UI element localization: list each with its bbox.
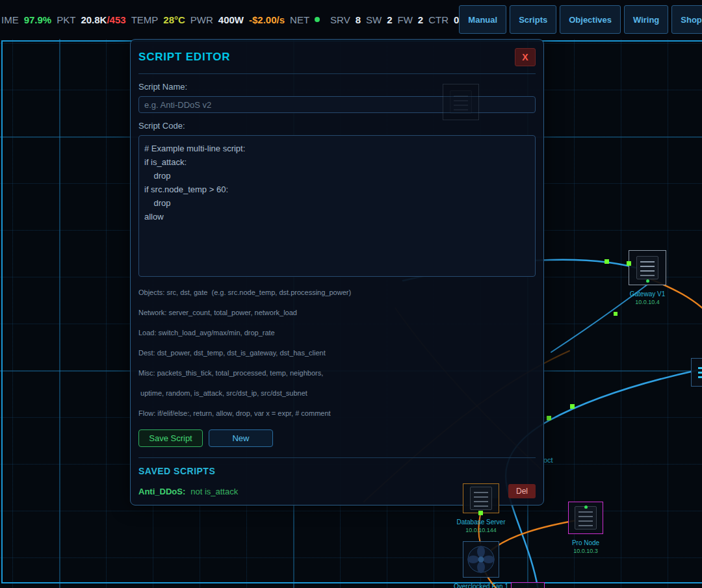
help-line-misc-2: uptime, random, is_attack, src/dst_ip, s… xyxy=(138,389,536,397)
node-label: Database Server xyxy=(445,518,517,526)
node-overclocked-fan[interactable]: Overclocked Fan 1 xyxy=(445,541,517,588)
node-gateway[interactable]: Gateway V1 10.0.10.4 xyxy=(612,250,683,305)
nav-objectives-button[interactable]: Objectives xyxy=(560,5,621,34)
save-script-button[interactable]: Save Script xyxy=(138,429,203,447)
server-icon xyxy=(636,256,658,279)
switches-label: SW xyxy=(366,14,382,25)
servers-label: SRV xyxy=(330,14,350,25)
packets-label: PKT xyxy=(57,14,75,25)
help-line-misc: Misc: packets_this_tick, total_processed… xyxy=(138,369,536,377)
node-label: Gateway V1 xyxy=(612,290,683,298)
saved-scripts-heading: SAVED SCRIPTS xyxy=(138,466,536,476)
node-label: Pro Node xyxy=(550,539,621,546)
packets-value: 20.8K xyxy=(81,14,107,25)
power-label: PWR xyxy=(190,14,213,25)
script-editor-modal: SCRIPT EDITOR X Script Name: Script Code… xyxy=(130,39,544,505)
packet xyxy=(478,511,483,515)
help-line-dest: Dest: dst_power, dst_temp, dst_is_gatewa… xyxy=(138,349,536,357)
modal-header: SCRIPT EDITOR X xyxy=(138,47,536,67)
new-script-button[interactable]: New xyxy=(209,429,273,447)
nav-buttons: Manual Scripts Objectives Wiring Shop St… xyxy=(459,5,702,34)
nav-scripts-button[interactable]: Scripts xyxy=(510,5,556,34)
net-status-dot xyxy=(315,17,320,22)
help-line-objects: Objects: src, dst, gate (e.g. src.node_t… xyxy=(138,288,536,296)
top-status-bar: IME 97.9% PKT 20.8K/453 TEMP 28°C PWR 40… xyxy=(0,0,702,39)
net-label: NET xyxy=(290,14,309,25)
servers-value: 8 xyxy=(356,14,361,25)
script-code-textarea[interactable]: # Example multi-line script: if is_attac… xyxy=(138,135,536,277)
help-line-flow: Flow: if/elif/else:, return, allow, drop… xyxy=(138,409,536,417)
help-line-network: Network: server_count, total_power, netw… xyxy=(138,309,536,316)
packet xyxy=(570,404,575,409)
firewalls-label: FW xyxy=(398,14,413,25)
node-ip: 10.0.10.3 xyxy=(550,548,621,554)
script-name-label: Script Name: xyxy=(138,82,536,92)
divider xyxy=(138,457,536,458)
packet xyxy=(627,261,631,266)
node-database-server[interactable]: Database Server 10.0.10.144 xyxy=(445,483,517,533)
nav-manual-button[interactable]: Manual xyxy=(459,5,506,34)
controllers-value: 0 xyxy=(454,14,459,25)
switches-value: 2 xyxy=(387,14,392,25)
controllers-label: CTR xyxy=(428,14,448,25)
saved-script-code: not is_attack xyxy=(190,487,238,496)
script-help: Objects: src, dst, gate (e.g. src.node_t… xyxy=(138,288,536,417)
temp-value: 28°C xyxy=(163,14,185,25)
led-dot xyxy=(584,505,588,509)
power-cost-value: -$2.00/s xyxy=(249,14,285,25)
help-line-load: Load: switch_load_avg/max/min, drop_rate xyxy=(138,329,536,337)
fan-icon xyxy=(466,544,496,574)
led-dot xyxy=(646,279,649,283)
script-name-input[interactable] xyxy=(138,96,536,113)
temp-label: TEMP xyxy=(131,14,159,25)
switch-icon xyxy=(698,364,702,381)
script-code-label: Script Code: xyxy=(138,121,536,131)
uptime-label: IME xyxy=(1,14,19,25)
uptime-value: 97.9% xyxy=(24,14,52,25)
node-label-partial: oct xyxy=(543,456,553,464)
packet xyxy=(614,312,618,316)
server-icon xyxy=(470,487,492,510)
node-label: Overclocked Fan 1 xyxy=(445,583,517,588)
node-ip: 10.0.10.4 xyxy=(612,299,683,305)
node-switch-partial[interactable] xyxy=(684,358,702,387)
node-ip: 10.0.10.144 xyxy=(445,527,517,533)
status-stats: IME 97.9% PKT 20.8K/453 TEMP 28°C PWR 40… xyxy=(0,14,459,25)
nav-shop-button[interactable]: Shop xyxy=(671,5,702,34)
saved-script-name: Anti_DDoS: xyxy=(138,487,185,496)
modal-title: SCRIPT EDITOR xyxy=(138,51,230,64)
node-pro-node[interactable]: Pro Node 10.0.10.3 xyxy=(550,502,621,554)
server-icon xyxy=(575,506,597,530)
packets-dropped-value: /453 xyxy=(107,14,125,25)
firewalls-value: 2 xyxy=(418,14,423,25)
power-value: 400W xyxy=(218,14,244,25)
packet xyxy=(604,259,609,264)
nav-wiring-button[interactable]: Wiring xyxy=(624,5,668,34)
packet xyxy=(547,416,551,420)
modal-button-row: Save Script New xyxy=(138,429,536,447)
divider xyxy=(138,73,536,74)
close-button[interactable]: X xyxy=(515,48,536,66)
